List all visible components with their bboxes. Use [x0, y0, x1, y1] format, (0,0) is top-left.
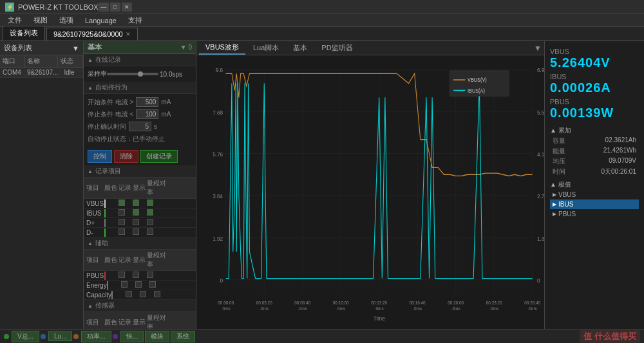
vbus-disp-checkbox[interactable] — [133, 199, 139, 206]
aux-col-rec: 记录 — [118, 255, 133, 264]
new-record-button[interactable]: 创建记录 — [140, 150, 178, 163]
window-controls[interactable]: — □ ✕ — [99, 3, 132, 12]
aux-item-capacity: Capacity — [84, 290, 196, 300]
device-panel: 设备列表 ▼ 端口 名称 状态 COM4 9&26107... Idle — [0, 41, 84, 329]
ibus-rec-checkbox[interactable] — [118, 209, 125, 216]
panel-expand-icon[interactable]: ▼ — [72, 44, 79, 52]
svg-text:.0ms: .0ms — [336, 306, 345, 311]
extreme-ibus[interactable]: ▶ IBUS — [550, 199, 639, 209]
device-table-header: 端口 名称 状态 — [0, 55, 83, 68]
capacity-prog-checkbox[interactable] — [154, 291, 160, 297]
control-button[interactable]: 控制 — [88, 150, 112, 163]
dplus-prog-checkbox[interactable] — [147, 219, 153, 225]
record-item-dminus: D- — [84, 228, 196, 237]
close-button[interactable]: ✕ — [122, 3, 132, 12]
menu-file[interactable]: 文件 — [3, 14, 27, 26]
vbus-rec-checkbox[interactable] — [118, 199, 125, 206]
capacity-disp-checkbox[interactable] — [140, 291, 146, 297]
aux-item-energy: Energy — [84, 281, 196, 290]
pbus-metric-value: 0.00139W — [550, 106, 639, 120]
record-items-header[interactable]: ▲ 记录项目 — [84, 165, 196, 178]
confirm-time-input[interactable]: 5 — [129, 122, 151, 131]
stop-current-input[interactable]: 100 — [136, 109, 158, 119]
record-item-ibus: IBUS — [84, 209, 196, 218]
svg-text:9.6: 9.6 — [216, 66, 223, 73]
start-current-input[interactable]: 500 — [136, 97, 158, 107]
tab-session-label: 9&26107925&0&0000 — [53, 30, 123, 38]
clear-button[interactable]: 清除 — [114, 150, 138, 163]
energy-rec-checkbox[interactable] — [121, 281, 128, 288]
menu-options[interactable]: 选项 — [54, 14, 79, 26]
chart-tab-lua[interactable]: Lua脚本 — [247, 42, 285, 54]
ibus-prog-checkbox[interactable] — [147, 209, 153, 216]
svg-text:00:13:20: 00:13:20 — [371, 300, 387, 305]
capacity-rec-checkbox[interactable] — [126, 291, 132, 297]
maximize-button[interactable]: □ — [110, 3, 120, 12]
status-btn-vbus[interactable]: V总... — [12, 331, 39, 342]
minimize-button[interactable]: — — [99, 3, 109, 12]
slider-thumb[interactable] — [138, 71, 143, 77]
energy-row: 能量 21.4261Wh — [550, 146, 639, 156]
chart-tab-pd[interactable]: PD监听器 — [315, 42, 359, 54]
aux-header[interactable]: ▲ 辅助 — [84, 237, 196, 250]
sample-rate-row: 采样率 10.0sps — [88, 69, 192, 79]
menu-language[interactable]: Language — [80, 15, 122, 26]
energy-prog-checkbox[interactable] — [149, 281, 156, 288]
energy-disp-checkbox[interactable] — [135, 281, 142, 288]
svg-text:.0ms: .0ms — [528, 306, 537, 311]
menu-view[interactable]: 视图 — [28, 14, 53, 26]
dplus-disp-checkbox[interactable] — [133, 219, 139, 225]
status-btn-fast[interactable]: 快... — [120, 331, 144, 342]
basic-section-label: 基本 — [88, 42, 102, 52]
tab-device-list[interactable]: 设备列表 — [3, 26, 45, 41]
dminus-rec-checkbox[interactable] — [118, 228, 125, 235]
aux-columns: 项目 颜色 记录 显示 量程对率 — [84, 250, 196, 271]
svg-text:.0ms: .0ms — [222, 306, 231, 311]
aux-triangle: ▲ — [88, 241, 93, 246]
online-record-header[interactable]: ▲ 在线记录 — [84, 54, 196, 66]
sample-rate-slider[interactable] — [107, 73, 158, 75]
auto-stop-triangle: ▲ — [88, 85, 93, 91]
tab-close-icon[interactable]: ✕ — [126, 31, 131, 37]
svg-text:.0ms: .0ms — [489, 306, 498, 311]
extreme-header[interactable]: ▲ 极值 — [550, 180, 639, 190]
aux-col-disp: 显示 — [133, 255, 147, 264]
pbus-aux-label: PBUS — [86, 272, 104, 279]
status-btn-module[interactable]: 模块 — [145, 331, 169, 342]
svg-text:5.76: 5.76 — [213, 151, 223, 158]
basic-section-arrow[interactable]: ▼ 0 — [180, 44, 192, 51]
vbus-prog-checkbox[interactable] — [147, 199, 153, 206]
pbus-disp-checkbox[interactable] — [133, 272, 139, 278]
avg-v-key: 均压 — [553, 157, 565, 166]
status-btn-system[interactable]: 系统 — [171, 331, 195, 342]
right-panel: VBUS 5.26404V IBUS 0.00026A PBUS 0.00139… — [544, 41, 644, 329]
chart-tab-vbus[interactable]: VBUS波形 — [199, 41, 245, 55]
extreme-pbus[interactable]: ▶ PBUS — [550, 209, 639, 219]
dminus-disp-checkbox[interactable] — [133, 228, 139, 235]
svg-text:00:00:00: 00:00:00 — [218, 300, 234, 305]
extreme-vbus[interactable]: ▶ VBUS — [550, 190, 639, 199]
control-buttons: 控制 清除 创建记录 — [84, 147, 196, 165]
sample-rate-slider-container[interactable]: 10.0sps — [107, 71, 192, 78]
dminus-prog-checkbox[interactable] — [147, 228, 153, 235]
accumulate-header[interactable]: ▲ 累加 — [550, 125, 639, 136]
ibus-disp-checkbox[interactable] — [133, 209, 139, 216]
chart-tab-basic[interactable]: 基本 — [287, 42, 314, 54]
menu-support[interactable]: 支持 — [123, 14, 147, 26]
status-btn-power[interactable]: 功率... — [81, 331, 111, 342]
pbus-rec-checkbox[interactable] — [118, 272, 125, 278]
dplus-rec-checkbox[interactable] — [118, 219, 125, 225]
tab-device-session[interactable]: 9&26107925&0&0000 ✕ — [46, 28, 138, 41]
sensor-col-item: 项目 — [86, 318, 104, 327]
energy-color — [107, 282, 121, 289]
auto-stop-header[interactable]: ▲ 自动停行为 — [84, 82, 196, 94]
svg-text:00:10:00: 00:10:00 — [333, 300, 349, 305]
status-btn-lua[interactable]: Lu... — [48, 331, 72, 341]
svg-text:Time: Time — [374, 315, 385, 322]
chart-options-icon[interactable]: ▼ — [534, 44, 542, 53]
confirm-time-unit: s — [154, 123, 157, 130]
device-row[interactable]: COM4 9&26107... Idle — [0, 68, 83, 78]
pbus-prog-checkbox[interactable] — [147, 272, 153, 278]
chart-area: 9.6 7.68 5.76 3.84 1.92 0 6.9 5.52 4.14 … — [196, 55, 544, 329]
sensor-header[interactable]: ▲ 传感器 — [84, 300, 196, 312]
